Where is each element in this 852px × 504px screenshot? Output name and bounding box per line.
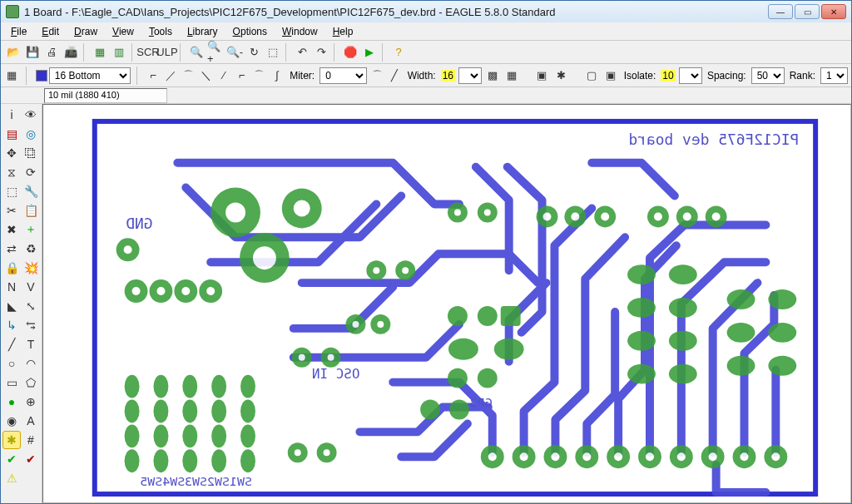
bend-style-7-icon[interactable]: ⌒ xyxy=(253,67,266,84)
menu-file[interactable]: File xyxy=(4,24,33,39)
attribute-tool-icon[interactable]: A xyxy=(22,412,40,430)
auto-tool-icon[interactable]: # xyxy=(22,431,40,449)
bend-style-2-icon[interactable]: ／ xyxy=(164,67,177,84)
poly-orphans-icon[interactable]: ▣ xyxy=(535,67,550,85)
save-icon[interactable]: 💾 xyxy=(23,43,42,62)
miter-tool-icon[interactable]: ◣ xyxy=(2,297,21,315)
zoom-out-icon[interactable]: 🔍- xyxy=(225,43,244,62)
poly-thermals-icon[interactable]: ✱ xyxy=(553,67,568,85)
print-icon[interactable]: 🖨 xyxy=(42,43,61,62)
copy-tool-icon[interactable]: ⿻ xyxy=(22,144,40,162)
svg-point-62 xyxy=(669,264,697,284)
minimize-button[interactable]: — xyxy=(768,4,793,19)
bend-style-6-icon[interactable]: ⌐ xyxy=(235,67,248,84)
zoom-in-icon[interactable]: 🔍+ xyxy=(206,43,225,62)
bend-style-3-icon[interactable]: ⌒ xyxy=(181,67,195,84)
menu-edit[interactable]: Edit xyxy=(35,24,66,39)
script-icon[interactable]: SCR xyxy=(139,43,157,62)
app-window: 1 Board - F:\Eagle_CAD\Ians_Projects\PIC… xyxy=(0,0,852,504)
cam-icon[interactable]: 📠 xyxy=(62,43,80,62)
text-tool-icon[interactable]: T xyxy=(22,335,40,353)
miter-combo[interactable]: 0 xyxy=(320,67,367,84)
zoom-select-icon[interactable]: ⬚ xyxy=(264,43,282,62)
ulp-icon[interactable]: ULP xyxy=(158,43,176,62)
poly-outline-2-icon[interactable]: ▣ xyxy=(603,67,618,85)
add-tool-icon[interactable]: ＋ xyxy=(22,220,40,239)
paste-tool-icon[interactable]: 📋 xyxy=(22,201,40,220)
menu-options[interactable]: Options xyxy=(226,24,274,39)
mark-tool-icon[interactable]: ◎ xyxy=(22,125,40,143)
board-canvas[interactable]: PIC12F675 dev board GND +5v GND GP0 GP1 … xyxy=(42,104,851,503)
open-icon[interactable]: 📂 xyxy=(4,43,22,62)
value-tool-icon[interactable]: V xyxy=(22,278,40,296)
undo-icon[interactable]: ↶ xyxy=(293,43,311,62)
hole-tool-icon[interactable]: ◉ xyxy=(2,412,21,430)
svg-point-21 xyxy=(153,400,168,423)
close-button[interactable]: ✕ xyxy=(821,4,846,19)
menu-tools[interactable]: Tools xyxy=(142,24,179,39)
signal-tool-icon[interactable]: ⊕ xyxy=(22,393,40,411)
info-tool-icon[interactable]: i xyxy=(2,106,21,124)
bend-style-4-icon[interactable]: ＼ xyxy=(200,67,213,84)
miter-straight-icon[interactable]: ╱ xyxy=(388,67,401,84)
isolate-combo[interactable] xyxy=(679,67,702,84)
window-buttons: — ▭ ✕ xyxy=(768,4,846,19)
spacing-combo[interactable]: 50 xyxy=(751,67,785,84)
erc-tool-icon[interactable]: ✔ xyxy=(2,450,21,468)
zoom-fit-icon[interactable]: 🔍 xyxy=(187,43,206,62)
width-combo[interactable] xyxy=(458,67,482,84)
bend-style-1-icon[interactable]: ⌐ xyxy=(146,67,160,84)
miter-round-icon[interactable]: ⌒ xyxy=(370,67,384,84)
split-tool-icon[interactable]: ⤡ xyxy=(22,297,40,315)
go-icon[interactable]: ▶ xyxy=(360,43,379,62)
poly-pour-hatch-icon[interactable]: ▦ xyxy=(504,67,519,85)
delete-tool-icon[interactable]: ✖ xyxy=(2,220,21,239)
zoom-redraw-icon[interactable]: ↻ xyxy=(245,43,263,62)
cut-tool-icon[interactable]: ✂ xyxy=(2,201,21,220)
change-tool-icon[interactable]: 🔧 xyxy=(22,182,40,200)
maximize-button[interactable]: ▭ xyxy=(795,4,820,19)
separator xyxy=(26,67,30,85)
arc-tool-icon[interactable]: ◠ xyxy=(22,354,40,373)
menu-library[interactable]: Library xyxy=(181,24,225,39)
smash-tool-icon[interactable]: 💥 xyxy=(22,259,40,277)
rank-combo[interactable]: 1 xyxy=(820,67,848,84)
errors-tool-icon[interactable]: ⚠ xyxy=(2,469,21,487)
rect-tool-icon[interactable]: ▭ xyxy=(2,373,21,392)
redo-icon[interactable]: ↷ xyxy=(312,43,330,62)
poly-outline-1-icon[interactable]: ▢ xyxy=(584,67,599,85)
mirror-tool-icon[interactable]: ⧖ xyxy=(2,163,21,181)
layer-selector[interactable]: 16 Bottom xyxy=(36,67,131,84)
menu-window[interactable]: Window xyxy=(275,24,324,39)
lock-tool-icon[interactable]: 🔒 xyxy=(2,259,21,277)
name-tool-icon[interactable]: N xyxy=(2,278,21,296)
help-icon[interactable]: ? xyxy=(389,43,408,62)
via-tool-icon[interactable]: ● xyxy=(2,393,21,411)
pinswap-tool-icon[interactable]: ⇄ xyxy=(2,240,21,258)
replace-tool-icon[interactable]: ♻ xyxy=(22,240,40,258)
schematic-icon[interactable]: ▦ xyxy=(91,43,109,62)
group-tool-icon[interactable]: ⬚ xyxy=(2,182,21,200)
grid-icon[interactable]: ▦ xyxy=(4,67,19,85)
stop-icon[interactable]: 🛑 xyxy=(341,43,359,62)
menu-draw[interactable]: Draw xyxy=(67,24,104,39)
move-tool-icon[interactable]: ✥ xyxy=(2,144,21,162)
svg-point-16 xyxy=(125,375,140,398)
layer-combo[interactable]: 16 Bottom xyxy=(49,67,131,84)
ratsnest-tool-icon[interactable]: ✱ xyxy=(2,431,21,449)
menu-help[interactable]: Help xyxy=(326,24,360,39)
rotate-tool-icon[interactable]: ⟳ xyxy=(22,163,40,181)
show-tool-icon[interactable]: 👁 xyxy=(22,106,40,124)
bend-style-8-icon[interactable]: ∫ xyxy=(270,67,284,84)
display-tool-icon[interactable]: ▤ xyxy=(2,125,21,143)
route-tool-icon[interactable]: ↳ xyxy=(2,316,21,334)
board-icon[interactable]: ▥ xyxy=(110,43,128,62)
bend-style-5-icon[interactable]: ∕ xyxy=(217,67,230,84)
polygon-tool-icon[interactable]: ⬠ xyxy=(22,373,40,392)
drc-tool-icon[interactable]: ✔ xyxy=(22,450,40,468)
poly-pour-solid-icon[interactable]: ▩ xyxy=(485,67,500,85)
wire-tool-icon[interactable]: ╱ xyxy=(2,335,21,353)
ripup-tool-icon[interactable]: ⥃ xyxy=(22,316,40,334)
circle-tool-icon[interactable]: ○ xyxy=(2,354,21,373)
menu-view[interactable]: View xyxy=(106,24,141,39)
